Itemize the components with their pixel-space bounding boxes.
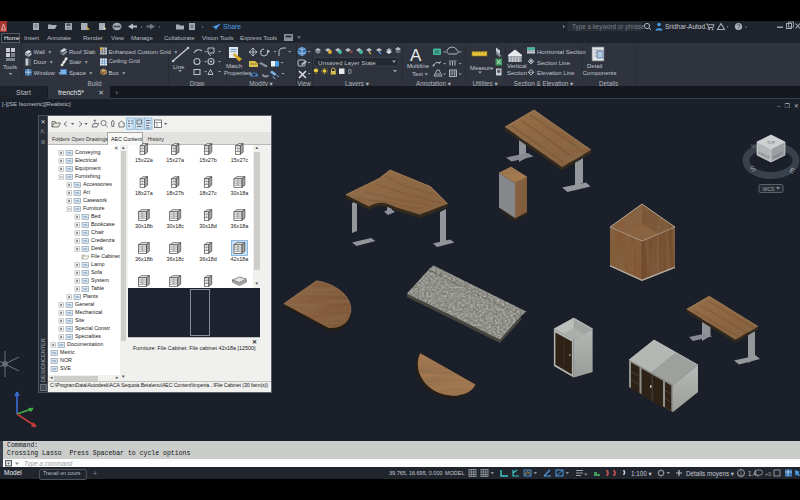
svg-text:Détails moyens ▾: Détails moyens ▾ [686, 470, 735, 478]
svg-text:1:100 ▾: 1:100 ▾ [631, 470, 653, 477]
svg-text:TOP: TOP [767, 140, 775, 145]
svg-text:+0: +0 [765, 471, 771, 477]
svg-text:W: W [751, 143, 757, 149]
svg-text:?: ? [737, 23, 741, 30]
svg-text:WCS: WCS [763, 186, 775, 192]
